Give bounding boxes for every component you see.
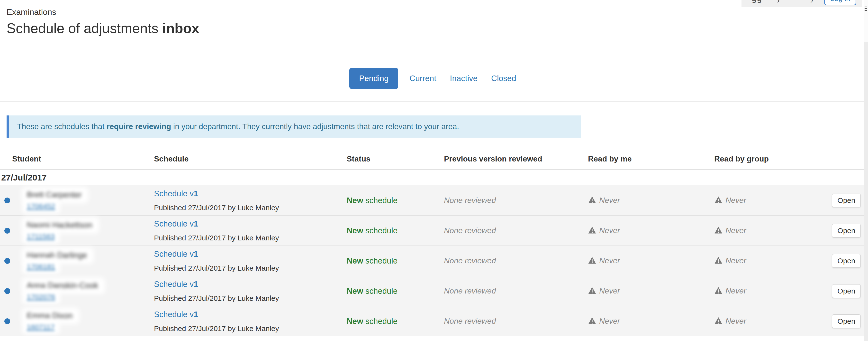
action-cell: Open <box>832 276 864 306</box>
student-id-link-redacted[interactable]: 1711563 <box>24 232 58 241</box>
clipped-toolbar: gg y y Log in <box>742 0 862 7</box>
date-group-header: 27/Jul/2017 <box>0 170 864 186</box>
table-row: Hannah Darlinge 1706181 Schedule v1 Publ… <box>0 246 864 276</box>
warning-triangle-icon <box>714 287 722 295</box>
previous-version-cell: None reviewed <box>444 186 588 215</box>
warning-triangle-icon <box>588 226 596 235</box>
read-by-me-text: Never <box>599 256 620 265</box>
warning-triangle-icon <box>714 317 722 325</box>
tab-inactive[interactable]: Inactive <box>450 74 477 83</box>
warning-triangle-icon <box>588 256 596 265</box>
status-text: New schedule <box>347 286 398 296</box>
column-header-schedule: Schedule <box>154 154 347 164</box>
vertical-scrollbar[interactable] <box>864 0 868 341</box>
published-info: Published 27/Jul/2017 by Luke Manley <box>154 294 347 303</box>
status-cell: New schedule <box>347 216 444 246</box>
status-text: New schedule <box>347 256 398 265</box>
student-id-link-redacted[interactable]: 1607117 <box>24 323 58 332</box>
read-by-me-text: Never <box>599 196 620 205</box>
status-text: New schedule <box>347 196 398 205</box>
unread-indicator-dot <box>4 258 10 264</box>
status-cell: New schedule <box>347 246 444 276</box>
warning-triangle-icon <box>588 287 596 295</box>
column-header-read-by-group: Read by group <box>714 154 832 164</box>
published-info: Published 27/Jul/2017 by Luke Manley <box>154 234 347 242</box>
student-cell: Anna Danskin-Cook 1702076 <box>0 276 154 306</box>
previous-version-cell: None reviewed <box>444 246 588 276</box>
scrollbar-thumb[interactable] <box>864 0 868 42</box>
read-by-group-cell: Never <box>714 186 832 215</box>
tab-current[interactable]: Current <box>409 74 436 83</box>
student-id-link-redacted[interactable]: 1706452 <box>24 202 58 211</box>
open-button[interactable]: Open <box>832 194 861 207</box>
schedule-cell: Schedule v1 Published 27/Jul/2017 by Luk… <box>154 276 347 306</box>
status-text: New schedule <box>347 317 398 326</box>
unread-indicator-dot <box>4 228 10 234</box>
clipped-text-fragment: y <box>777 0 781 3</box>
student-id-link-redacted[interactable]: 1706181 <box>24 262 58 272</box>
read-by-group-text: Never <box>725 226 746 235</box>
schedule-version-link[interactable]: Schedule v1 <box>154 249 347 259</box>
read-by-me-text: Never <box>599 286 620 295</box>
scrollbar-grip-icon <box>865 6 867 12</box>
published-info: Published 27/Jul/2017 by Luke Manley <box>154 264 347 272</box>
tab-pending[interactable]: Pending <box>349 68 398 89</box>
read-by-group-text: Never <box>725 317 746 326</box>
unread-indicator-dot <box>4 318 10 324</box>
open-button[interactable]: Open <box>832 254 861 268</box>
column-header-read-by-me: Read by me <box>588 154 714 164</box>
schedules-table: Student Schedule Status Previous version… <box>0 138 864 336</box>
read-by-group-cell: Never <box>714 276 832 306</box>
column-header-student: Student <box>0 154 154 164</box>
read-by-group-cell: Never <box>714 216 832 246</box>
clipped-text-fragment: gg <box>752 0 762 3</box>
table-header-row: Student Schedule Status Previous version… <box>0 138 864 170</box>
published-info: Published 27/Jul/2017 by Luke Manley <box>154 204 347 212</box>
status-cell: New schedule <box>347 306 444 336</box>
open-button[interactable]: Open <box>832 224 861 237</box>
read-by-me-cell: Never <box>588 276 714 306</box>
previous-version-cell: None reviewed <box>444 276 588 306</box>
schedule-cell: Schedule v1 Published 27/Jul/2017 by Luk… <box>154 216 347 246</box>
clipped-login-button[interactable]: Log in <box>824 0 856 5</box>
read-by-me-cell: Never <box>588 246 714 276</box>
schedule-version-link[interactable]: Schedule v1 <box>154 280 347 289</box>
warning-triangle-icon <box>588 196 596 205</box>
read-by-me-cell: Never <box>588 306 714 336</box>
open-button[interactable]: Open <box>832 284 861 298</box>
column-header-prev-reviewed: Previous version reviewed <box>444 154 588 164</box>
student-name-redacted: Hannah Darlinge <box>24 250 91 261</box>
page-title: Schedule of adjustments inbox <box>6 20 868 36</box>
table-row: Brett Carpenter 1706452 Schedule v1 Publ… <box>0 186 864 216</box>
read-by-group-text: Never <box>725 256 746 265</box>
schedule-cell: Schedule v1 Published 27/Jul/2017 by Luk… <box>154 246 347 276</box>
info-banner: These are schedules that require reviewi… <box>6 115 581 138</box>
unread-indicator-dot <box>4 198 10 203</box>
action-cell: Open <box>832 186 864 215</box>
tab-closed[interactable]: Closed <box>491 74 516 83</box>
page-header: Examinations Schedule of adjustments inb… <box>0 0 868 55</box>
action-cell: Open <box>832 306 864 336</box>
schedule-cell: Schedule v1 Published 27/Jul/2017 by Luk… <box>154 306 347 336</box>
student-cell: Emma Dixon 1607117 <box>0 306 154 336</box>
student-cell: Hannah Darlinge 1706181 <box>0 246 154 276</box>
read-by-me-cell: Never <box>588 186 714 215</box>
read-by-group-text: Never <box>725 286 746 295</box>
schedule-version-link[interactable]: Schedule v1 <box>154 310 347 319</box>
student-id-link-redacted[interactable]: 1702076 <box>24 292 58 302</box>
read-by-group-text: Never <box>725 196 746 205</box>
student-name-redacted: Anna Danskin-Cook <box>24 280 102 291</box>
warning-triangle-icon <box>714 256 722 265</box>
status-cell: New schedule <box>347 186 444 215</box>
student-name-redacted: Brett Carpenter <box>24 190 86 200</box>
action-cell: Open <box>832 246 864 276</box>
open-button[interactable]: Open <box>832 314 861 328</box>
previous-version-text: None reviewed <box>444 286 496 295</box>
unread-indicator-dot <box>4 288 10 294</box>
read-by-me-text: Never <box>599 317 620 326</box>
schedule-cell: Schedule v1 Published 27/Jul/2017 by Luk… <box>154 186 347 215</box>
status-cell: New schedule <box>347 276 444 306</box>
schedule-version-link[interactable]: Schedule v1 <box>154 189 347 198</box>
warning-triangle-icon <box>714 196 722 205</box>
schedule-version-link[interactable]: Schedule v1 <box>154 219 347 228</box>
